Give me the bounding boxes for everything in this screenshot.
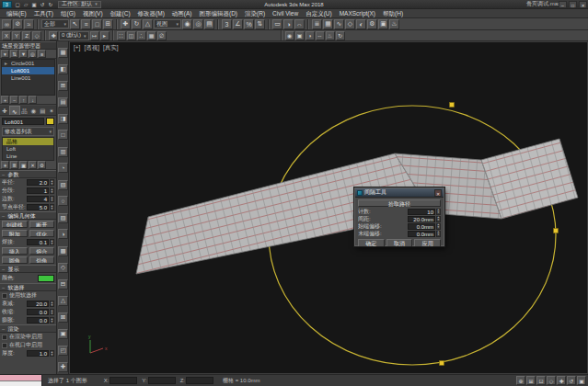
selection-filter-dropdown[interactable]: 全部▾ xyxy=(41,19,69,28)
edit-named-selection-sets-icon[interactable]: ▭ xyxy=(272,19,282,29)
create-new-layer-icon[interactable]: ✚ xyxy=(49,31,58,40)
vertical-tool-icon[interactable]: ◧ xyxy=(58,64,68,74)
rollout-header[interactable]: −参数 xyxy=(0,170,56,178)
spacing-tool-icon[interactable]: ∴ xyxy=(137,31,146,40)
spinner-down-icon[interactable]: ▾ xyxy=(52,243,53,245)
select-and-manipulate-icon[interactable]: ◎ xyxy=(193,19,203,29)
save-file-icon[interactable]: ▣ xyxy=(30,1,38,8)
explorer-display-dropdown-icon[interactable]: ▾ xyxy=(1,50,9,58)
spinner-arrows[interactable]: ▴▾ xyxy=(50,350,54,357)
close-icon[interactable]: ✕ xyxy=(434,189,442,197)
list-item[interactable] xyxy=(2,89,54,96)
checkbox[interactable] xyxy=(2,293,7,299)
panel-button[interactable]: 插入 xyxy=(2,247,28,255)
tab-motion[interactable]: ◉ xyxy=(29,106,38,115)
new-scene-icon[interactable]: ▢ xyxy=(14,1,21,8)
menu-civil-view[interactable]: Civil View xyxy=(269,9,302,18)
make-unique-icon[interactable]: ▣ xyxy=(19,161,28,169)
rollout-header[interactable]: −编辑几何体 xyxy=(0,211,56,220)
select-objects-in-layer-icon[interactable]: ▸ xyxy=(100,31,110,40)
parameter-value-field[interactable]: 1 xyxy=(27,187,49,194)
spinner-down-icon[interactable]: ▾ xyxy=(438,211,440,214)
spinner-arrows[interactable]: ▴▾ xyxy=(436,231,441,237)
maxscript-mini-listener[interactable] xyxy=(0,375,42,386)
open-file-icon[interactable]: ▱ xyxy=(22,1,29,8)
zoom-all-icon[interactable]: ⊞ xyxy=(526,376,536,385)
checkbox[interactable] xyxy=(2,343,7,348)
spinner-arrows[interactable]: ▴▾ xyxy=(50,179,54,186)
vertical-tool-icon[interactable]: ▣ xyxy=(58,329,68,339)
maximize-button[interactable]: □ xyxy=(569,1,577,8)
spinner-down-icon[interactable]: ▾ xyxy=(52,208,53,210)
zoom-icon[interactable]: ⊕ xyxy=(516,376,525,385)
rollout-header[interactable]: −软选择 xyxy=(0,283,56,291)
undo-icon[interactable]: ↺ xyxy=(39,1,46,8)
vertical-tool-icon[interactable]: ◰ xyxy=(58,346,68,356)
menu-tools[interactable]: 工具(T) xyxy=(30,9,57,18)
menu-rendering[interactable]: 渲染(R) xyxy=(241,9,269,18)
spinner-down-icon[interactable]: ▾ xyxy=(52,191,53,194)
menu-animation[interactable]: 动画(A) xyxy=(168,9,196,18)
list-item[interactable]: Loft001 xyxy=(2,67,54,74)
vertical-tool-icon[interactable]: □ xyxy=(58,130,68,140)
coordinate-field[interactable] xyxy=(148,377,176,384)
spinner-arrows[interactable]: ▴▾ xyxy=(50,309,54,315)
viewport[interactable]: [+] [透视] [真实] xyxy=(69,41,588,374)
remove-modifier-icon[interactable]: ✕ xyxy=(29,161,37,169)
dialog-value-field[interactable]: 20.0mm xyxy=(408,216,435,222)
viewport-view-label[interactable]: [透视] xyxy=(84,44,99,52)
spinner-arrows[interactable]: ▴▾ xyxy=(50,317,54,324)
checkbox-row[interactable]: 在渲染中启用 xyxy=(0,333,56,341)
schematic-view-icon[interactable]: ◇ xyxy=(345,19,355,29)
menu-views[interactable]: 视图(V) xyxy=(79,9,107,18)
selection-lock-toggle-icon[interactable]: ▣ xyxy=(295,31,305,40)
render-last-icon[interactable]: ↻ xyxy=(336,31,345,40)
menu-customize[interactable]: 自定义(U) xyxy=(302,9,336,18)
panel-button[interactable]: 圆角 xyxy=(2,256,28,264)
panel-button[interactable]: 创建线 xyxy=(2,221,28,228)
app-logo-icon[interactable]: 3 xyxy=(2,1,12,8)
vertical-tool-icon[interactable]: ◇ xyxy=(58,263,68,273)
mirror-tool-icon[interactable]: ◑ xyxy=(306,31,315,40)
menu-create[interactable]: 创建(C) xyxy=(107,9,134,18)
unlink-selection-icon[interactable]: ⊘ xyxy=(13,19,23,29)
active-layer-dropdown[interactable]: 0 (默认)▾ xyxy=(59,31,89,40)
axis-constraint-z-icon[interactable]: Z xyxy=(22,31,31,40)
vertical-tool-icon[interactable]: ✚ xyxy=(58,362,68,372)
parameter-value-field[interactable]: 1.0 xyxy=(27,350,49,357)
pick-path-button[interactable]: 拾取路径 xyxy=(358,199,441,207)
panel-button[interactable]: 熔合 xyxy=(29,247,55,255)
object-name-field[interactable]: Loft001 xyxy=(2,118,44,125)
explorer-add-icon[interactable]: + xyxy=(1,96,9,104)
pin-stack-icon[interactable]: ∗ xyxy=(1,161,9,169)
panel-button[interactable]: 断开 xyxy=(29,221,55,228)
panel-button[interactable]: 切角 xyxy=(29,256,55,264)
spinner-down-icon[interactable]: ▾ xyxy=(52,183,53,186)
workspace-dropdown[interactable]: 工作区: 默认 ▾ xyxy=(58,1,101,8)
menu-group[interactable]: 组(G) xyxy=(57,9,79,18)
quick-render-icon[interactable]: ♨ xyxy=(326,31,335,40)
bind-to-space-warp-icon[interactable]: ≈ xyxy=(24,19,34,29)
spinner-arrows[interactable]: ▴▾ xyxy=(436,223,441,230)
tab-create[interactable]: ✚ xyxy=(0,106,9,115)
dialog-titlebar[interactable]: 间隔工具 ✕ xyxy=(355,188,444,198)
dialog-value-field[interactable]: 0.0mm xyxy=(408,231,435,237)
vertical-tool-icon[interactable]: ◑ xyxy=(58,229,68,239)
configure-modifier-sets-icon[interactable]: ⚙ xyxy=(38,161,46,169)
minimize-button[interactable]: – xyxy=(559,1,567,8)
spinner-down-icon[interactable]: ▾ xyxy=(52,199,53,202)
explorer-remove-icon[interactable]: − xyxy=(10,96,18,104)
vertex-handle[interactable] xyxy=(450,103,455,108)
rendered-frame-window-icon[interactable]: ▣ xyxy=(378,19,388,29)
listener-line[interactable] xyxy=(0,381,41,386)
rectangular-selection-region-icon[interactable]: □ xyxy=(92,19,102,29)
vertex-handle[interactable] xyxy=(440,361,444,366)
select-object-icon[interactable]: ↖ xyxy=(70,19,80,29)
vertical-tool-icon[interactable]: ◔ xyxy=(58,163,68,173)
rollout-header[interactable]: −渲染 xyxy=(0,324,56,333)
explorer-down-icon[interactable]: ↓ xyxy=(29,96,37,104)
menu-edit[interactable]: 编辑(E) xyxy=(3,9,30,18)
keyboard-shortcut-override-icon[interactable]: ▤ xyxy=(204,19,214,29)
vertical-tool-icon[interactable]: ▨ xyxy=(58,213,68,223)
vertex-handle[interactable] xyxy=(554,229,559,233)
